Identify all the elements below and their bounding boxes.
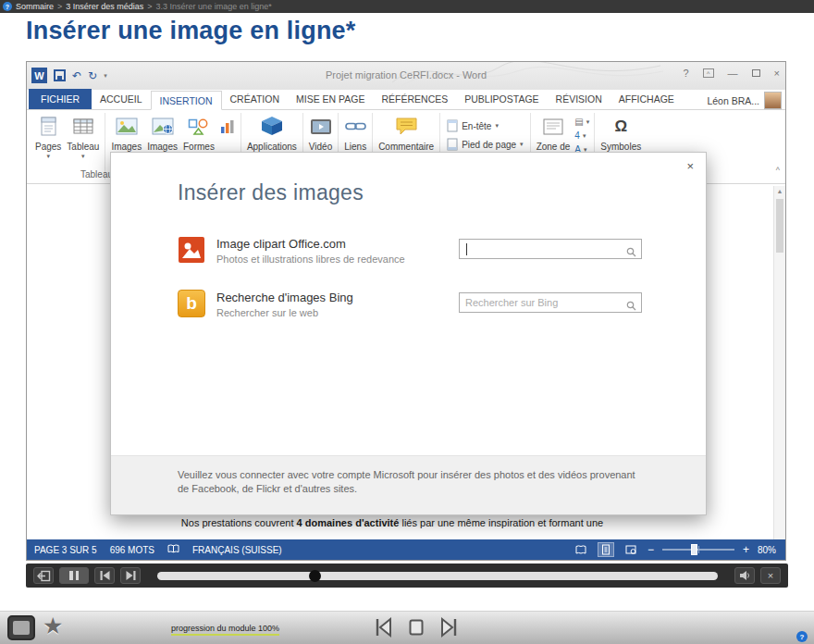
close-button[interactable]: × (774, 68, 780, 79)
bing-title: Recherche d'images Bing (216, 291, 353, 304)
video-icon (310, 114, 332, 139)
page-title: Insérer une image en ligne* (26, 17, 356, 45)
formes-label: Formes (183, 142, 215, 152)
text-cursor (466, 243, 467, 255)
tab-fichier[interactable]: FICHIER (29, 89, 92, 109)
proofing-icon[interactable] (167, 544, 179, 556)
ribbon-display-options-icon[interactable]: ^ (703, 68, 714, 78)
status-page[interactable]: PAGE 3 SUR 5 (34, 545, 97, 555)
quickparts-button[interactable]: ▤ ▾ (574, 117, 589, 127)
status-words[interactable]: 696 MOTS (110, 545, 154, 555)
screen-icon[interactable] (7, 615, 35, 640)
seek-thumb[interactable] (309, 570, 321, 582)
office-search-box (459, 239, 642, 259)
zoom-level[interactable]: 80% (758, 545, 776, 555)
zoom-slider-notch (698, 546, 699, 553)
images-online-label: Images (147, 142, 178, 152)
search-icon[interactable] (626, 298, 636, 315)
breadcrumb-separator: > (147, 2, 152, 11)
exit-button[interactable] (33, 567, 54, 584)
status-language[interactable]: FRANÇAIS (SUISSE) (192, 545, 282, 555)
pause-bar-icon (69, 571, 73, 580)
vertical-scrollbar[interactable]: ▲ (773, 186, 785, 539)
images-online-button[interactable]: Images (147, 114, 178, 152)
symboles-label: Symboles (600, 142, 641, 152)
tab-affichage[interactable]: AFFICHAGE (610, 90, 683, 109)
quickparts-icon: ▤ (574, 117, 583, 127)
account-area[interactable]: Léon BRA... (707, 92, 785, 109)
wordart-button[interactable]: 4 ▾ (574, 130, 589, 141)
module-back-button[interactable] (372, 616, 396, 638)
breadcrumb-item-current: 3.3 Insérer une image en ligne* (156, 2, 272, 11)
chevron-down-icon: ▾ (520, 141, 524, 148)
search-icon[interactable] (626, 244, 636, 261)
chevron-down-icon: ▾ (586, 118, 590, 126)
breadcrumb-item-sommaire[interactable]: Sommaire (16, 2, 54, 11)
favorite-star-icon[interactable]: ★ (43, 613, 63, 639)
breadcrumb-item-medias[interactable]: 3 Insérer des médias (66, 2, 143, 11)
tab-mise-en-page[interactable]: MISE EN PAGE (288, 90, 374, 109)
pages-button[interactable]: Pages ▾ (35, 114, 61, 160)
chart-icon (220, 114, 235, 139)
maximize-button[interactable] (752, 69, 760, 77)
zoom-out-button[interactable]: − (648, 543, 654, 556)
liens-label: Liens (344, 142, 366, 152)
office-clipart-row: Image clipart Office.com Photos et illus… (111, 236, 706, 267)
office-search-input[interactable] (460, 240, 641, 258)
help-button[interactable]: ? (683, 68, 688, 79)
read-mode-button[interactable] (573, 542, 589, 557)
images-label: Images (111, 142, 142, 152)
module-stop-button[interactable] (404, 616, 428, 638)
text-group-mini-buttons: ▤ ▾ 4 ▾ A ▾ (574, 115, 589, 156)
volume-button[interactable] (734, 567, 755, 584)
images-button[interactable]: Images (111, 114, 142, 152)
applications-label: Applications (247, 142, 297, 152)
scroll-up-icon[interactable]: ▲ (774, 188, 785, 194)
help-icon[interactable]: ? (796, 631, 808, 642)
pied-de-page-button[interactable]: Pied de page ▾ (447, 138, 523, 151)
tab-references[interactable]: RÉFÉRENCES (373, 90, 456, 109)
tab-creation[interactable]: CRÉATION (222, 90, 288, 109)
pied-label: Pied de page (462, 140, 516, 150)
next-button[interactable] (120, 567, 141, 584)
web-layout-button[interactable] (623, 542, 639, 557)
module-forward-button[interactable] (437, 616, 461, 638)
zone-label: Zone de (536, 142, 571, 152)
shapes-icon (188, 114, 210, 139)
entete-button[interactable]: En-tête ▾ (447, 119, 523, 132)
tableau-button[interactable]: Tableau ▾ (67, 114, 99, 160)
bing-subtitle: Rechercher sur le web (216, 307, 353, 318)
tab-revision[interactable]: RÉVISION (548, 90, 610, 109)
tab-publipostage[interactable]: PUBLIPOSTAGE (456, 90, 547, 109)
seek-bar[interactable] (157, 572, 718, 580)
dialog-close-icon[interactable]: × (686, 159, 694, 173)
tableau-label: Tableau (67, 142, 99, 152)
previous-button[interactable] (94, 567, 115, 584)
chevron-down-icon: ▾ (495, 122, 499, 130)
status-right: − + 80% (573, 542, 785, 557)
module-nav (372, 616, 461, 638)
pause-button[interactable] (59, 567, 89, 584)
footer-icon (447, 138, 458, 151)
zoom-slider[interactable] (662, 549, 734, 551)
ribbon-collapse-icon[interactable]: ^ (776, 166, 780, 175)
video-label: Vidéo (309, 142, 332, 152)
graphique-button[interactable] (220, 114, 235, 139)
video-button[interactable]: Vidéo (309, 114, 332, 152)
image-icon (116, 114, 138, 139)
bing-icon: b (178, 290, 205, 317)
help-icon[interactable]: ? (3, 2, 12, 11)
print-layout-button[interactable] (598, 542, 614, 557)
document-text-bold: 4 domaines d'activité (297, 517, 400, 528)
zoom-slider-thumb[interactable] (691, 544, 697, 555)
minimize-button[interactable]: — (728, 68, 738, 79)
zoom-in-button[interactable]: + (743, 543, 749, 556)
bing-search-input[interactable] (460, 293, 641, 312)
tab-accueil[interactable]: ACCUEIL (92, 90, 151, 109)
tab-insertion[interactable]: INSERTION (151, 91, 222, 110)
commentaire-button[interactable]: Commentaire (378, 114, 434, 152)
avatar[interactable] (764, 92, 782, 109)
word-window: W ↶ ↻ ▾ Projet migration CeRFI.docx - Wo… (26, 61, 786, 561)
player-close-button[interactable]: × (760, 567, 781, 584)
scrollbar-thumb[interactable] (776, 199, 783, 253)
